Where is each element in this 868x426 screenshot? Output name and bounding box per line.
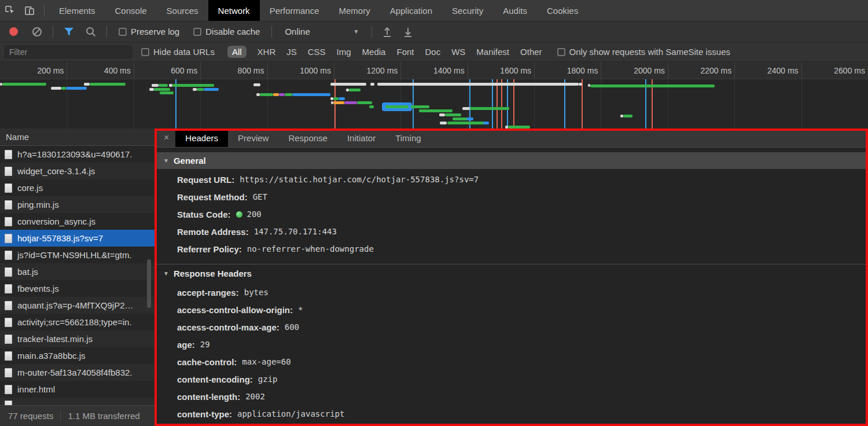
export-har-button[interactable] [403, 27, 413, 37]
request-row[interactable]: bat.js [0, 263, 155, 280]
tab-cookies[interactable]: Cookies [537, 0, 588, 21]
waterfall-bar [419, 109, 453, 112]
request-row[interactable]: m-outer-5af13a74058f4fb832. [0, 364, 155, 381]
samesite-label: Only show requests with SameSite issues [569, 47, 730, 57]
request-row[interactable]: inner.html [0, 381, 155, 398]
filter-type-font[interactable]: Font [396, 47, 414, 57]
filter-type-other[interactable]: Other [520, 47, 542, 57]
request-row[interactable]: activityi;src=5662188;type=in. [0, 314, 155, 330]
tab-performance[interactable]: Performance [260, 0, 329, 21]
waterfall-bar [447, 122, 488, 124]
ruler-gridline [267, 62, 268, 79]
request-row[interactable] [0, 398, 155, 406]
section-header-general[interactable]: ▼General [155, 152, 868, 169]
tab-sources[interactable]: Sources [157, 0, 208, 21]
section-fields: Request URL:https://static.hotjar.com/c/… [155, 169, 868, 258]
ruler-label: 1400 ms [407, 62, 465, 79]
request-row[interactable]: tracker-latest.min.js [0, 330, 155, 347]
request-row[interactable]: js?id=GTM-NS9HLHL&t=gtm. [0, 247, 155, 263]
field-value: 2002 [245, 392, 265, 401]
tab-application[interactable]: Application [380, 0, 442, 21]
request-row[interactable]: h?a=1830123093&u=490617. [0, 146, 155, 163]
waterfall-bar [253, 83, 260, 86]
waterfall-bar [204, 88, 219, 91]
tab-network[interactable]: Network [208, 0, 260, 21]
detail-tab-timing[interactable]: Timing [385, 128, 431, 147]
tab-elements[interactable]: Elements [49, 0, 105, 21]
request-row[interactable]: aquant.js?a=p-4MfTXQ9jP2… [0, 297, 155, 314]
device-toolbar-button[interactable] [20, 0, 39, 21]
request-row[interactable]: fbevents.js [0, 280, 155, 297]
load-event-marker [582, 79, 583, 128]
filter-type-manifest[interactable]: Manifest [476, 47, 509, 57]
timeline-ruler[interactable]: 200 ms400 ms600 ms800 ms1000 ms1200 ms14… [0, 62, 868, 79]
request-name: ping.min.js [17, 200, 59, 210]
detail-tab-preview[interactable]: Preview [228, 128, 278, 147]
inspect-element-button[interactable] [0, 0, 20, 21]
filter-button[interactable] [64, 27, 74, 36]
filter-type-js[interactable]: JS [286, 47, 297, 57]
detail-tab-response[interactable]: Response [278, 128, 337, 147]
filter-type-img[interactable]: Img [337, 47, 351, 57]
record-button[interactable] [9, 27, 18, 36]
request-row[interactable]: widget_core-3.1.4.js [0, 163, 155, 179]
ruler-label: 800 ms [207, 62, 264, 79]
preserve-log-checkbox[interactable] [119, 28, 127, 36]
request-row[interactable]: core.js [0, 179, 155, 196]
header-field: access-control-allow-origin:* [155, 301, 868, 318]
request-name: aquant.js?a=p-4MfTXQ9jP2… [17, 300, 134, 310]
filter-type-ws[interactable]: WS [451, 47, 465, 57]
header-field: Remote Address:147.75.70.171:443 [155, 223, 868, 240]
field-value: application/javascript [237, 409, 344, 418]
name-column-header[interactable]: Name [0, 128, 155, 146]
waterfall-overview[interactable] [0, 79, 868, 128]
request-row[interactable]: hotjar-557838.js?sv=7 [0, 230, 155, 247]
ruler-label: 2400 ms [741, 62, 799, 79]
detail-tab-headers[interactable]: Headers [175, 128, 228, 147]
tab-security[interactable]: Security [442, 0, 493, 21]
close-details-button[interactable]: × [157, 128, 175, 147]
waterfall-bar [90, 83, 126, 86]
disable-cache-checkbox[interactable] [193, 28, 201, 36]
throttling-dropdown[interactable]: Online ▼ [285, 27, 359, 36]
domcontentloaded-marker [507, 79, 508, 128]
filter-type-css[interactable]: CSS [308, 47, 326, 57]
hide-data-urls-label: Hide data URLs [153, 47, 215, 57]
filter-type-media[interactable]: Media [362, 47, 386, 57]
request-list: h?a=1830123093&u=490617.widget_core-3.1.… [0, 146, 155, 406]
ruler-label: 2600 ms [807, 62, 865, 79]
request-count: 77 requests [8, 411, 53, 421]
request-row[interactable]: ping.min.js [0, 196, 155, 213]
filter-type-all[interactable]: All [227, 46, 247, 58]
request-row[interactable]: main.a37a8bbc.js [0, 347, 155, 364]
request-name: activityi;src=5662188;type=in. [17, 317, 132, 327]
scrollbar-thumb[interactable] [147, 259, 151, 308]
tab-console[interactable]: Console [105, 0, 157, 21]
field-value: 29 [200, 340, 210, 349]
hide-data-urls-checkbox[interactable] [141, 48, 149, 56]
filter-input[interactable] [5, 46, 132, 58]
document-icon [5, 200, 12, 210]
field-value: 600 [285, 322, 299, 332]
tab-memory[interactable]: Memory [329, 0, 380, 21]
export-har-icon [403, 27, 413, 37]
request-row[interactable]: conversion_async.js [0, 213, 155, 230]
section-fields: accept-ranges:bytesaccess-control-allow-… [155, 282, 868, 423]
import-har-button[interactable] [382, 27, 392, 37]
document-icon [5, 335, 12, 344]
filter-type-xhr[interactable]: XHR [258, 47, 276, 57]
waterfall-gridline [134, 79, 134, 128]
field-key: content-type: [177, 409, 232, 419]
field-key: content-encoding: [177, 374, 253, 384]
header-field: accept-ranges:bytes [155, 284, 868, 301]
ruler-label: 1600 ms [473, 62, 531, 79]
section-header-response-headers[interactable]: ▼Response Headers [155, 264, 868, 282]
clear-button[interactable] [32, 27, 42, 37]
toolbar-divider [372, 26, 372, 38]
tab-audits[interactable]: Audits [493, 0, 537, 21]
samesite-checkbox[interactable] [557, 48, 565, 56]
filter-type-doc[interactable]: Doc [425, 47, 440, 57]
detail-tab-initiator[interactable]: Initiator [337, 128, 385, 147]
search-button[interactable] [86, 27, 96, 37]
field-value: max-age=60 [242, 357, 290, 366]
